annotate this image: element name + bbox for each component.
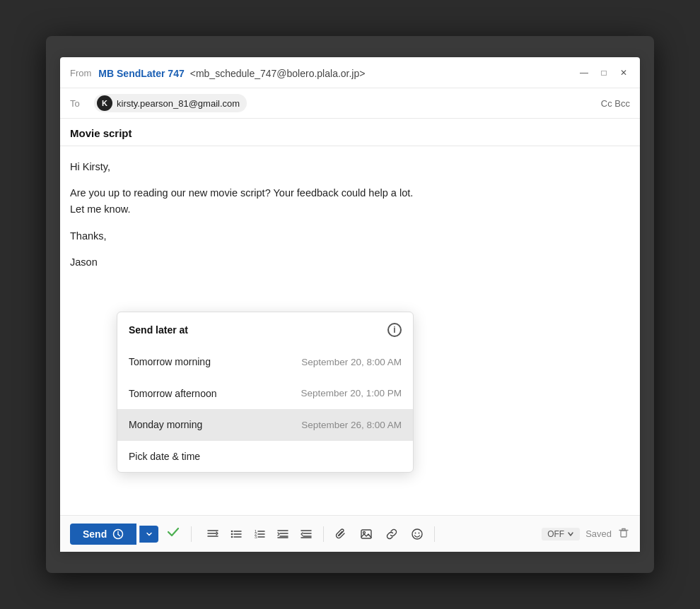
svg-rect-26 [361, 530, 371, 538]
toolbar-right: OFF Saved [542, 526, 630, 542]
toolbar-divider-1 [191, 526, 192, 542]
option-label-3: Monday morning [129, 417, 202, 432]
sender-name: MB SendLater 747 [98, 68, 184, 79]
minimize-button[interactable]: — [578, 66, 590, 79]
link-icon [385, 528, 398, 540]
toolbar-divider-3 [434, 526, 435, 542]
check-icon [165, 524, 181, 540]
from-label: From [70, 68, 91, 78]
attach-button[interactable] [329, 524, 352, 544]
closing: Thanks, [70, 228, 630, 244]
option-label-1: Tomorrow morning [129, 354, 211, 369]
toolbar: Send [60, 515, 640, 552]
svg-point-27 [363, 531, 366, 533]
option-date-2: September 20, 1:00 PM [301, 386, 402, 401]
format-group: 1. 2. 3. [202, 524, 317, 544]
svg-point-8 [231, 533, 233, 535]
off-label: OFF [547, 529, 564, 539]
send-later-option-pick-date[interactable]: Pick date & time [117, 441, 413, 472]
image-icon [360, 528, 373, 540]
window-wrapper: From MB SendLater 747 <mb_schedule_747@b… [46, 36, 654, 573]
delete-button[interactable] [617, 526, 630, 542]
svg-rect-31 [621, 531, 626, 537]
send-later-header: Send later at i [117, 312, 413, 346]
option-date-3: September 26, 8:00 AM [301, 418, 402, 433]
send-later-option-monday-morning[interactable]: Monday morning September 26, 8:00 AM [117, 409, 413, 440]
link-button[interactable] [380, 524, 403, 544]
signature: Jason [70, 254, 630, 271]
info-icon[interactable]: i [387, 323, 402, 337]
align-button[interactable] [202, 524, 224, 544]
recipient-chip[interactable]: K kirsty.pearson_81@gmail.com [94, 94, 247, 112]
close-button[interactable]: ✕ [617, 66, 630, 79]
title-bar: From MB SendLater 747 <mb_schedule_747@b… [60, 57, 640, 88]
chevron-down-icon-off [567, 531, 574, 538]
outdent-icon [300, 528, 313, 540]
outdent-button[interactable] [295, 524, 317, 544]
svg-point-6 [231, 530, 233, 532]
send-later-option-tomorrow-afternoon[interactable]: Tomorrow afternoon September 20, 1:00 PM [117, 378, 413, 409]
send-later-title: Send later at [129, 322, 188, 338]
svg-point-29 [415, 532, 416, 533]
numbered-list-button[interactable]: 1. 2. 3. [248, 524, 271, 544]
email-window: From MB SendLater 747 <mb_schedule_747@b… [60, 57, 640, 552]
check-button[interactable] [161, 521, 185, 546]
saved-label: Saved [585, 528, 612, 539]
indent-button[interactable] [272, 524, 294, 544]
clock-icon [112, 528, 124, 540]
to-row: To K kirsty.pearson_81@gmail.com Cc Bcc [60, 88, 640, 119]
email-body: Hi Kirsty, Are you up to reading our new… [60, 146, 640, 515]
send-later-panel: Send later at i Tomorrow morning Septemb… [117, 312, 414, 473]
avatar: K [97, 95, 112, 111]
greeting: Hi Kirsty, [70, 159, 630, 175]
maximize-button[interactable]: □ [597, 66, 610, 79]
cc-bcc-button[interactable]: Cc Bcc [601, 98, 630, 109]
svg-point-28 [412, 529, 422, 539]
svg-point-10 [231, 536, 233, 538]
chevron-down-icon [146, 531, 153, 538]
off-badge[interactable]: OFF [542, 528, 580, 540]
to-label: To [70, 98, 84, 109]
image-button[interactable] [355, 524, 378, 544]
numbered-list-icon: 1. 2. 3. [253, 528, 266, 540]
option-date-1: September 20, 8:00 AM [301, 355, 402, 370]
send-dropdown-button[interactable] [139, 526, 158, 543]
emoji-icon [411, 528, 424, 540]
body-paragraph1: Are you up to reading our new movie scri… [70, 185, 630, 218]
svg-line-2 [118, 534, 120, 536]
subject: Movie script [70, 127, 132, 139]
emoji-button[interactable] [406, 524, 428, 544]
recipient-email: kirsty.pearson_81@gmail.com [117, 98, 240, 109]
sender-email: <mb_schedule_747@bolero.plala.or.jp> [190, 68, 366, 79]
bullets-icon [230, 528, 243, 540]
subject-row: Movie script [60, 119, 640, 146]
svg-point-30 [419, 532, 420, 533]
send-later-option-tomorrow-morning[interactable]: Tomorrow morning September 20, 8:00 AM [117, 346, 413, 377]
send-label: Send [83, 528, 107, 540]
send-button[interactable]: Send [70, 524, 136, 545]
trash-icon [617, 526, 630, 539]
indent-icon [276, 528, 289, 540]
option-label-2: Tomorrow afternoon [129, 386, 217, 401]
attach-icon [334, 528, 347, 540]
toolbar-divider-2 [323, 526, 324, 542]
align-icon [206, 528, 219, 540]
window-controls: — □ ✕ [578, 66, 630, 79]
option-label-4: Pick date & time [129, 449, 200, 464]
bullets-button[interactable] [225, 524, 247, 544]
